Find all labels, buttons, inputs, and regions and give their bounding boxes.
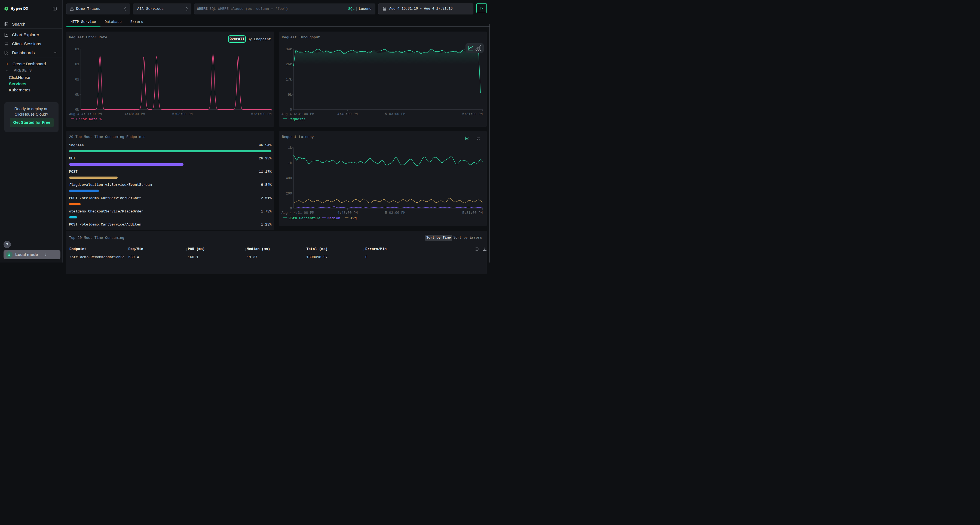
- svg-text:34k: 34k: [286, 48, 292, 51]
- svg-text:4:48:00 PM: 4:48:00 PM: [337, 113, 358, 116]
- svg-text:5:31:00 PM: 5:31:00 PM: [462, 211, 482, 215]
- svg-text:Aug 4 4:31:00 PM: Aug 4 4:31:00 PM: [69, 113, 102, 116]
- svg-text:4:48:00 PM: 4:48:00 PM: [337, 211, 358, 215]
- svg-text:Error Rate %: Error Rate %: [76, 117, 102, 121]
- svg-text:0%: 0%: [75, 93, 79, 97]
- svg-text:Aug 4 4:31:00 PM: Aug 4 4:31:00 PM: [282, 113, 314, 116]
- svg-text:5:03:00 PM: 5:03:00 PM: [385, 113, 405, 116]
- svg-text:0%: 0%: [75, 78, 79, 81]
- svg-text:5:31:00 PM: 5:31:00 PM: [251, 113, 271, 116]
- svg-text:0%: 0%: [75, 63, 79, 67]
- svg-text:5:31:00 PM: 5:31:00 PM: [462, 113, 482, 116]
- svg-text:26k: 26k: [286, 63, 292, 67]
- svg-text:5:03:00 PM: 5:03:00 PM: [172, 113, 192, 116]
- svg-text:17k: 17k: [286, 78, 292, 81]
- svg-text:Aug 4 4:31:00 PM: Aug 4 4:31:00 PM: [282, 211, 314, 215]
- svg-text:0: 0: [290, 207, 292, 211]
- svg-text:0: 0: [290, 108, 292, 112]
- svg-text:200: 200: [286, 192, 292, 195]
- svg-text:5:03:00 PM: 5:03:00 PM: [385, 211, 405, 215]
- svg-text:400: 400: [286, 176, 292, 180]
- svg-text:Requests: Requests: [288, 117, 305, 121]
- svg-text:Avg: Avg: [350, 216, 356, 220]
- svg-text:0%: 0%: [75, 108, 79, 112]
- svg-text:1k: 1k: [288, 161, 292, 165]
- svg-text:9k: 9k: [288, 93, 292, 97]
- svg-text:1k: 1k: [288, 146, 292, 150]
- svg-text:0%: 0%: [75, 48, 79, 51]
- svg-text:95th Percentile: 95th Percentile: [288, 216, 320, 220]
- svg-text:Median: Median: [328, 216, 340, 220]
- svg-text:4:48:00 PM: 4:48:00 PM: [124, 113, 145, 116]
